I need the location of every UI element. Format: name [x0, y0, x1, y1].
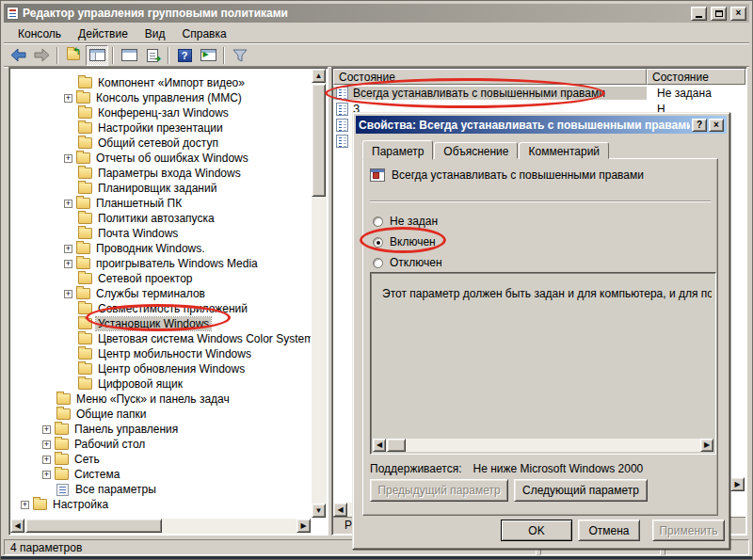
- scroll-thumb[interactable]: [312, 84, 326, 197]
- scroll-right-icon[interactable]: ▶: [296, 519, 311, 533]
- radio-button[interactable]: [373, 237, 383, 248]
- expand-plus-icon[interactable]: +: [64, 260, 72, 268]
- expand-plus-icon[interactable]: +: [64, 245, 72, 253]
- expand-plus-icon[interactable]: +: [64, 290, 72, 298]
- menu-item-1[interactable]: Действие: [70, 25, 136, 42]
- dialog-titlebar[interactable]: Свойства: Всегда устанавливать с повышен…: [356, 116, 727, 134]
- next-setting-button[interactable]: Следующий параметр: [514, 479, 648, 502]
- tab-Объяснение[interactable]: Объяснение: [434, 142, 518, 159]
- expand-plus-icon[interactable]: +: [21, 501, 29, 509]
- tree-item[interactable]: Настройки презентации: [11, 120, 311, 136]
- tree-item[interactable]: +Службы терминалов: [11, 286, 311, 301]
- tree-item[interactable]: +Консоль управления (MMC): [11, 90, 311, 105]
- up-one-level-button[interactable]: ↰: [62, 45, 85, 66]
- tree-item[interactable]: Все параметры: [11, 482, 311, 497]
- tree-item[interactable]: Политики автозапуска: [11, 211, 311, 226]
- scroll-right-icon[interactable]: ▶: [700, 439, 713, 452]
- scroll-right-icon[interactable]: ▶: [730, 477, 745, 491]
- menu-item-3[interactable]: Справка: [174, 25, 235, 42]
- help-button[interactable]: ?: [173, 45, 196, 66]
- separator: [370, 200, 711, 202]
- window-titlebar[interactable]: Редактор управления групповыми политикам…: [4, 4, 749, 23]
- apply-button[interactable]: Применить: [652, 520, 725, 541]
- scroll-left-icon[interactable]: ◀: [333, 503, 347, 517]
- tree-item[interactable]: Цифровой ящик: [11, 376, 311, 392]
- maximize-button[interactable]: [711, 7, 727, 21]
- tree-item-label: Конференц-зал Windows: [96, 106, 231, 120]
- menu-item-0[interactable]: Консоль: [9, 25, 70, 42]
- tree-item[interactable]: +проигрыватель Windows Media: [11, 256, 311, 271]
- tree-item[interactable]: Сетевой проектор: [11, 271, 311, 286]
- expand-plus-icon[interactable]: +: [64, 200, 72, 208]
- tree-vertical-scrollbar[interactable]: ▲ ▼: [312, 69, 327, 518]
- column-header-setting[interactable]: Состояние: [333, 69, 647, 85]
- tree-item[interactable]: +Отчеты об ошибках Windows: [11, 151, 311, 166]
- forward-button[interactable]: [30, 45, 53, 66]
- tree-item[interactable]: Конференц-зал Windows: [11, 105, 311, 120]
- scroll-up-icon[interactable]: ▲: [312, 69, 326, 83]
- tree-horizontal-scrollbar[interactable]: ◀ ▶: [10, 519, 311, 534]
- tab-Параметр[interactable]: Параметр: [362, 140, 433, 160]
- tree-item[interactable]: +Настройка: [11, 497, 311, 512]
- cancel-button[interactable]: Отмена: [578, 520, 640, 541]
- minimize-button[interactable]: [691, 7, 707, 21]
- tab-Комментарий[interactable]: Комментарий: [519, 142, 609, 159]
- expand-plus-icon[interactable]: +: [42, 471, 51, 479]
- radio-option[interactable]: Не задан: [373, 214, 438, 229]
- tree-item[interactable]: +Система: [11, 467, 311, 482]
- filter-button[interactable]: [229, 45, 251, 66]
- folder-icon: [78, 348, 92, 360]
- tree-item[interactable]: Планировщик заданий: [11, 181, 311, 196]
- radio-option[interactable]: Включен: [373, 234, 436, 249]
- tree-item[interactable]: +Панель управления: [11, 422, 311, 437]
- back-button[interactable]: [7, 45, 29, 66]
- properties-button[interactable]: [118, 45, 140, 66]
- expand-plus-icon[interactable]: +: [42, 456, 51, 464]
- tree-item[interactable]: Центр мобильности Windows: [11, 346, 311, 361]
- radio-button[interactable]: [373, 216, 383, 227]
- scroll-left-icon[interactable]: ◀: [373, 439, 386, 452]
- tree-item[interactable]: Меню «Пуск» и панель задач: [11, 392, 311, 407]
- scroll-down-icon[interactable]: ▼: [312, 504, 326, 518]
- group-policy-editor-window: Редактор управления групповыми политикам…: [0, 0, 753, 560]
- radio-button[interactable]: [373, 258, 383, 268]
- supported-value: Не ниже Microsoft Windows 2000: [473, 462, 644, 475]
- menu-item-2[interactable]: Вид: [136, 25, 174, 42]
- expand-plus-icon[interactable]: +: [42, 425, 51, 434]
- scroll-left-icon[interactable]: ◀: [10, 519, 24, 533]
- radio-option[interactable]: Отключен: [373, 255, 442, 270]
- export-list-button[interactable]: ➜: [141, 45, 164, 66]
- tree-item[interactable]: Почта Windows: [11, 226, 311, 241]
- tree-item[interactable]: Совместимость приложений: [11, 301, 311, 316]
- tree-item[interactable]: Цветовая система Windows Color System: [11, 331, 311, 346]
- dialog-help-button[interactable]: ?: [692, 119, 707, 132]
- tree-item[interactable]: +Планшетный ПК: [11, 196, 311, 211]
- extended-view-button[interactable]: ▶: [197, 45, 219, 66]
- tree-item[interactable]: Компонент «Импорт видео»: [11, 75, 311, 90]
- help-horizontal-scrollbar[interactable]: ◀ ▶: [373, 439, 713, 452]
- tree-item[interactable]: Общий сетевой доступ: [11, 136, 311, 151]
- expand-plus-icon[interactable]: +: [64, 94, 72, 103]
- folder-icon: [55, 454, 69, 465]
- tree-item[interactable]: +Сеть: [11, 452, 311, 467]
- properties-icon: [121, 49, 137, 61]
- scroll-thumb[interactable]: [387, 439, 406, 452]
- expand-plus-icon[interactable]: +: [64, 154, 72, 163]
- tree-item[interactable]: Параметры входа Windows: [11, 166, 311, 181]
- previous-setting-button[interactable]: Предыдущий параметр: [370, 479, 508, 502]
- tree-item-label: Консоль управления (MMC): [94, 91, 244, 104]
- tree-item[interactable]: +Рабочий стол: [11, 437, 311, 452]
- column-header-state[interactable]: Состояние: [647, 69, 745, 85]
- expand-plus-icon[interactable]: +: [42, 440, 51, 449]
- tree-item[interactable]: +Проводник Windows.: [11, 241, 311, 256]
- ok-button[interactable]: OK: [501, 520, 572, 541]
- tree-item[interactable]: Общие папки: [11, 407, 311, 422]
- show-console-tree-button[interactable]: [86, 45, 108, 66]
- scroll-thumb[interactable]: [25, 519, 162, 533]
- tree-item[interactable]: Центр обновления Windows: [11, 361, 311, 376]
- close-button[interactable]: ×: [730, 7, 746, 21]
- tree-item[interactable]: Установщик Windows: [11, 316, 311, 331]
- dialog-close-button[interactable]: ×: [709, 119, 724, 132]
- list-row[interactable]: Всегда устанавливать с повышенными права…: [333, 85, 745, 101]
- toolbar-separator: [168, 47, 169, 64]
